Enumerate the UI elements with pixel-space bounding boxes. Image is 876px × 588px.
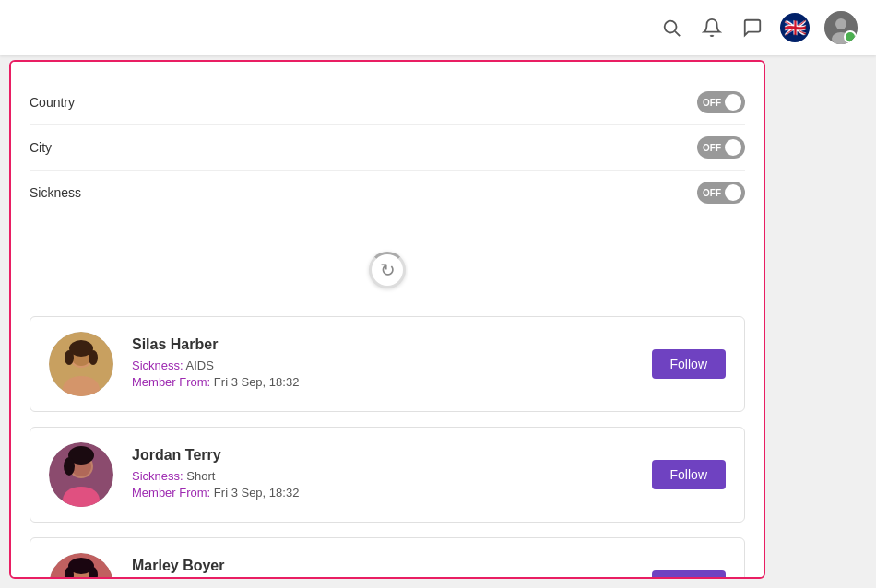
svg-point-17 xyxy=(64,457,75,476)
svg-point-11 xyxy=(89,350,98,365)
city-filter-row: City OFF xyxy=(30,125,745,171)
sickness-filter-row: Sickness OFF xyxy=(30,171,745,215)
user-name-3: Marley Boyer xyxy=(132,558,633,574)
user-card-2: Jordan Terry Sickness: Short Member From… xyxy=(30,427,745,523)
topbar: 🇬🇧 xyxy=(0,0,876,55)
sickness-meta-value-1: AIDS xyxy=(186,359,214,372)
city-label: City xyxy=(30,140,52,155)
city-toggle[interactable]: OFF xyxy=(697,136,745,159)
user-avatar-2 xyxy=(49,442,113,507)
loading-spinner-area xyxy=(30,224,745,316)
user-name-1: Silas Harber xyxy=(132,336,633,353)
svg-line-1 xyxy=(675,31,680,36)
sickness-meta-label-1: Sickness: xyxy=(132,359,183,372)
sickness-toggle-knob xyxy=(725,184,741,201)
loading-spinner xyxy=(369,252,406,288)
uk-flag-icon[interactable]: 🇬🇧 xyxy=(780,13,810,42)
svg-point-0 xyxy=(665,21,677,33)
country-toggle[interactable]: OFF xyxy=(697,91,745,113)
sickness-toggle[interactable]: OFF xyxy=(697,182,745,204)
country-label: Country xyxy=(30,95,75,110)
bell-icon[interactable] xyxy=(699,15,725,41)
user-card-1: Silas Harber Sickness: AIDS Member From:… xyxy=(30,316,745,412)
user-sickness-1: Sickness: AIDS xyxy=(132,359,633,372)
user-member-2: Member From: Fri 3 Sep, 18:32 xyxy=(132,486,633,500)
user-card-3: Marley Boyer Sickness: Physical Disabili… xyxy=(30,537,745,579)
follow-button-1[interactable]: Follow xyxy=(652,349,726,379)
filters-section: Country OFF City OFF Sickness OFF xyxy=(30,80,745,215)
member-meta-label-1: Member From: xyxy=(132,375,210,389)
city-toggle-knob xyxy=(725,139,741,156)
chat-icon[interactable] xyxy=(740,15,765,41)
follow-button-3[interactable]: Follow xyxy=(652,570,726,579)
user-info-2: Jordan Terry Sickness: Short Member From… xyxy=(132,447,633,502)
member-meta-value-1: Fri 3 Sep, 18:32 xyxy=(214,375,300,389)
user-info-1: Silas Harber Sickness: AIDS Member From:… xyxy=(132,336,633,392)
search-icon[interactable] xyxy=(658,15,684,41)
sickness-meta-label-2: Sickness: xyxy=(132,469,183,483)
country-filter-row: Country OFF xyxy=(30,80,745,125)
sickness-label: Sickness xyxy=(30,185,81,200)
user-list: Silas Harber Sickness: AIDS Member From:… xyxy=(30,316,745,579)
svg-point-10 xyxy=(65,350,74,365)
svg-point-3 xyxy=(835,18,846,29)
user-info-3: Marley Boyer Sickness: Physical Disabili… xyxy=(132,558,633,579)
user-sickness-2: Sickness: Short xyxy=(132,469,633,483)
user-avatar-3 xyxy=(49,553,113,579)
user-avatar-1 xyxy=(49,332,113,396)
user-name-2: Jordan Terry xyxy=(132,447,633,464)
member-meta-label-2: Member From: xyxy=(132,486,210,500)
sickness-meta-value-2: Short xyxy=(186,469,215,483)
country-toggle-knob xyxy=(725,94,741,111)
main-panel: Country OFF City OFF Sickness OFF xyxy=(9,60,765,579)
user-avatar-icon[interactable] xyxy=(824,11,858,44)
member-meta-value-2: Fri 3 Sep, 18:32 xyxy=(214,486,300,500)
follow-button-2[interactable]: Follow xyxy=(652,460,726,489)
user-member-1: Member From: Fri 3 Sep, 18:32 xyxy=(132,375,633,389)
